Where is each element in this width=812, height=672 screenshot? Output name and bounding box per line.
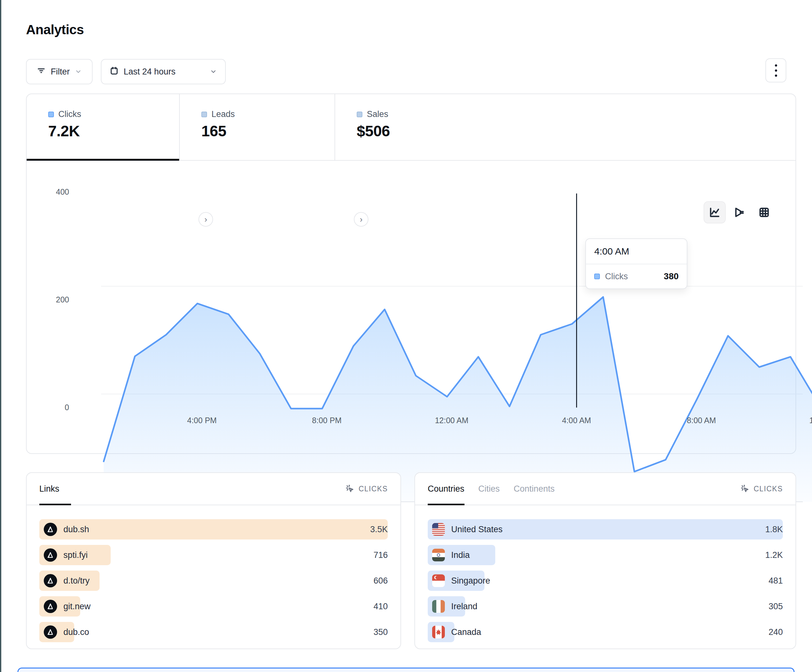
expand-leads-button[interactable]: ›	[354, 212, 368, 227]
row-value: 716	[374, 545, 388, 565]
tab-continents[interactable]: Continents	[513, 473, 554, 505]
table-view-button[interactable]	[754, 202, 774, 223]
ca-flag-icon	[432, 626, 445, 638]
x-tick-12-00-AM: 12:00 AM	[435, 416, 469, 425]
row-value: 240	[769, 622, 783, 642]
line-chart-view-button[interactable]	[704, 202, 725, 223]
expand-clicks-button[interactable]: ›	[198, 212, 213, 227]
line-chart-icon	[709, 206, 721, 218]
chevron-right-icon: ›	[205, 215, 207, 224]
list-item-canada[interactable]: Canada240	[428, 622, 783, 642]
cursor-click-icon	[740, 484, 750, 493]
leads-tab-label: Leads	[212, 109, 235, 119]
chart-crosshair	[576, 193, 577, 408]
ie-flag-icon	[432, 600, 445, 613]
x-tick-4-00-PM: 4:00 PM	[187, 416, 217, 425]
x-tick-8-00-PM: 8:00 PM	[312, 416, 341, 425]
us-flag-icon	[432, 523, 445, 536]
tab-clicks[interactable]: Clicks 7.2K	[27, 94, 180, 160]
clicks-tab-value: 7.2K	[48, 122, 179, 140]
tab-leads[interactable]: Leads 165	[180, 94, 335, 160]
analytics-page: Analytics Filter Last 24 hours Clicks 7.…	[0, 0, 812, 672]
sales-legend-swatch	[357, 112, 362, 117]
tooltip-value: 380	[664, 271, 679, 281]
date-range-button[interactable]: Last 24 hours	[101, 59, 226, 84]
list-item-singapore[interactable]: Singapore481	[428, 571, 783, 591]
links-panel: Links CLICKS dub.sh3.5Kspti.fyi716d.to/t…	[26, 472, 401, 649]
row-label: Ireland	[451, 602, 478, 611]
row-value: 481	[769, 571, 783, 591]
grid-icon	[758, 206, 770, 218]
clicks-legend-swatch	[48, 112, 54, 117]
row-value: 410	[374, 596, 388, 617]
row-label: India	[451, 550, 470, 560]
row-label: dub.co	[63, 627, 89, 637]
y-tick-200: 200	[44, 295, 69, 304]
row-label: United States	[451, 525, 503, 534]
row-value: 350	[374, 622, 388, 642]
list-item-dub-sh[interactable]: dub.sh3.5K	[39, 519, 388, 539]
chevron-down-icon	[210, 68, 217, 75]
tab-countries[interactable]: Countries	[428, 473, 464, 505]
tooltip-series-label: Clicks	[605, 272, 658, 281]
bottom-banner-edge[interactable]	[17, 668, 795, 672]
x-tick-4-00-AM: 4:00 AM	[562, 416, 591, 425]
dub-logo-icon	[44, 548, 57, 562]
y-tick-0: 0	[44, 403, 69, 412]
filter-button[interactable]: Filter	[26, 59, 92, 84]
row-value: 1.8K	[765, 519, 783, 539]
tab-sales[interactable]: Sales $506	[335, 94, 795, 160]
clicks-tab-label: Clicks	[58, 109, 81, 119]
dub-logo-icon	[44, 574, 57, 587]
in-flag-icon	[432, 549, 445, 561]
tab-links[interactable]: Links	[39, 473, 59, 505]
chart-tooltip: 4:00 AM Clicks 380	[585, 238, 687, 289]
list-item-spti-fyi[interactable]: spti.fyi716	[39, 545, 388, 565]
countries-panel: CountriesCitiesContinents CLICKS United …	[415, 472, 796, 649]
date-range-label: Last 24 hours	[124, 67, 176, 77]
links-metric-selector[interactable]: CLICKS	[345, 484, 388, 493]
tooltip-legend-swatch	[594, 273, 600, 279]
row-value: 3.5K	[370, 519, 388, 539]
x-tick-8-00-AM: 8:00 AM	[687, 416, 716, 425]
area-fill	[104, 297, 812, 502]
list-item-india[interactable]: India1.2K	[428, 545, 783, 565]
stats-tabs-row: Clicks 7.2K Leads 165 Sales $506	[27, 94, 795, 161]
dub-logo-icon	[44, 625, 57, 639]
row-value: 1.2K	[765, 545, 783, 565]
y-tick-400: 400	[44, 188, 69, 196]
more-options-button[interactable]	[765, 58, 786, 82]
row-value: 305	[769, 596, 783, 617]
leads-legend-swatch	[201, 112, 207, 117]
list-item-d-to-try[interactable]: d.to/try606	[39, 571, 388, 591]
list-item-dub-co[interactable]: dub.co350	[39, 622, 388, 642]
row-label: Canada	[451, 627, 481, 637]
list-item-ireland[interactable]: Ireland305	[428, 596, 783, 617]
page-title: Analytics	[26, 22, 84, 38]
links-metric-label: CLICKS	[358, 484, 388, 493]
row-value: 606	[374, 571, 388, 591]
funnel-chart-view-button[interactable]	[729, 202, 750, 223]
clicks-area-chart[interactable]	[101, 272, 803, 502]
row-label: dub.sh	[63, 525, 89, 534]
row-label: git.new	[63, 602, 91, 611]
sg-flag-icon	[432, 574, 445, 587]
list-item-git-new[interactable]: git.new410	[39, 596, 388, 617]
funnel-icon	[734, 206, 745, 218]
cursor-click-icon	[345, 484, 355, 493]
leads-tab-value: 165	[201, 122, 334, 140]
list-item-united-states[interactable]: United States1.8K	[428, 519, 783, 539]
sales-tab-value: $506	[357, 122, 795, 140]
dub-logo-icon	[44, 600, 57, 613]
tab-cities[interactable]: Cities	[478, 473, 500, 505]
row-label: d.to/try	[63, 576, 90, 586]
tooltip-time: 4:00 AM	[586, 239, 687, 264]
chevron-right-icon: ›	[360, 215, 363, 224]
x-tick-12-00-PM: 12:00 PM	[809, 416, 812, 425]
left-edge-strip	[0, 0, 1, 672]
countries-metric-label: CLICKS	[754, 484, 783, 493]
countries-metric-selector[interactable]: CLICKS	[740, 484, 783, 493]
filter-icon	[37, 66, 46, 77]
dub-logo-icon	[44, 523, 57, 536]
row-label: Singapore	[451, 576, 490, 586]
